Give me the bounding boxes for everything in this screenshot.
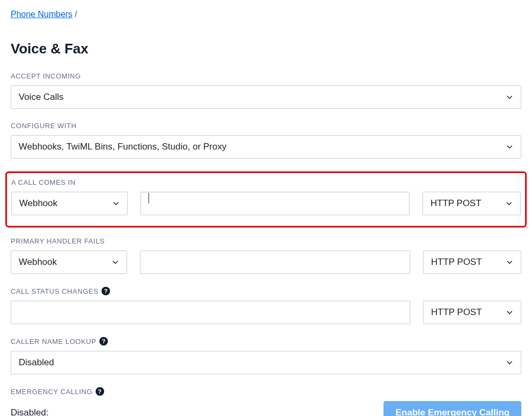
caller-name-lookup-value: Disabled — [19, 357, 54, 368]
configure-with-label: CONFIGURE WITH — [11, 122, 521, 130]
breadcrumb-separator: / — [75, 10, 77, 19]
help-icon[interactable]: ? — [96, 387, 104, 396]
accept-incoming-value: Voice Calls — [19, 92, 64, 103]
call-comes-in-url-input[interactable] — [140, 192, 410, 215]
primary-fails-method-value: HTTP POST — [431, 257, 482, 268]
breadcrumb-link-phone-numbers[interactable]: Phone Numbers — [11, 10, 73, 19]
accept-incoming-select[interactable]: Voice Calls — [11, 85, 521, 109]
primary-handler-fails-group: PRIMARY HANDLER FAILS Webhook HTTP POST — [11, 237, 521, 274]
primary-fails-method-select[interactable]: HTTP POST — [423, 250, 521, 274]
call-status-changes-group: CALL STATUS CHANGES ? HTTP POST — [11, 287, 521, 324]
configure-with-select[interactable]: Webhooks, TwiML Bins, Functions, Studio,… — [11, 135, 521, 159]
chevron-down-icon — [505, 358, 514, 367]
call-status-url-input[interactable] — [11, 301, 410, 324]
caller-name-lookup-label: CALLER NAME LOOKUP — [11, 337, 96, 346]
emergency-calling-label: EMERGENCY CALLING — [11, 388, 92, 396]
chevron-down-icon — [504, 199, 514, 208]
primary-fails-type-select[interactable]: Webhook — [11, 250, 127, 274]
call-comes-in-highlight: A CALL COMES IN Webhook HTTP POST — [5, 171, 527, 227]
call-comes-in-method-select[interactable]: HTTP POST — [423, 192, 521, 215]
chevron-down-icon — [505, 92, 514, 102]
configure-with-value: Webhooks, TwiML Bins, Functions, Studio,… — [19, 142, 226, 152]
help-icon[interactable]: ? — [101, 287, 110, 295]
call-status-changes-label: CALL STATUS CHANGES — [11, 287, 98, 295]
configure-with-group: CONFIGURE WITH Webhooks, TwiML Bins, Fun… — [11, 122, 521, 159]
call-status-method-value: HTTP POST — [431, 307, 482, 318]
enable-emergency-calling-button[interactable]: Enable Emergency Calling — [384, 401, 521, 416]
call-comes-in-type-select[interactable]: Webhook — [11, 192, 128, 215]
call-comes-in-type-value: Webhook — [19, 198, 58, 209]
primary-handler-fails-label: PRIMARY HANDLER FAILS — [11, 237, 521, 245]
chevron-down-icon — [111, 257, 120, 267]
emergency-status: Disabled: — [11, 407, 49, 416]
chevron-down-icon — [505, 257, 514, 267]
chevron-down-icon — [505, 308, 514, 317]
accept-incoming-group: ACCEPT INCOMING Voice Calls — [11, 72, 521, 109]
chevron-down-icon — [111, 199, 121, 208]
accept-incoming-label: ACCEPT INCOMING — [11, 72, 521, 80]
breadcrumb: Phone Numbers / — [11, 10, 521, 19]
page-title: Voice & Fax — [11, 41, 521, 57]
caller-name-lookup-group: CALLER NAME LOOKUP ? Disabled — [11, 337, 521, 374]
caller-name-lookup-select[interactable]: Disabled — [11, 351, 521, 374]
primary-fails-url-input[interactable] — [140, 250, 410, 274]
primary-fails-type-value: Webhook — [19, 257, 57, 268]
emergency-calling-group: EMERGENCY CALLING ? Disabled: Enable Eme… — [11, 387, 521, 416]
call-comes-in-method-value: HTTP POST — [431, 198, 481, 209]
chevron-down-icon — [505, 142, 514, 152]
help-icon[interactable]: ? — [99, 337, 108, 346]
call-status-method-select[interactable]: HTTP POST — [423, 301, 521, 324]
call-comes-in-label: A CALL COMES IN — [11, 178, 521, 186]
